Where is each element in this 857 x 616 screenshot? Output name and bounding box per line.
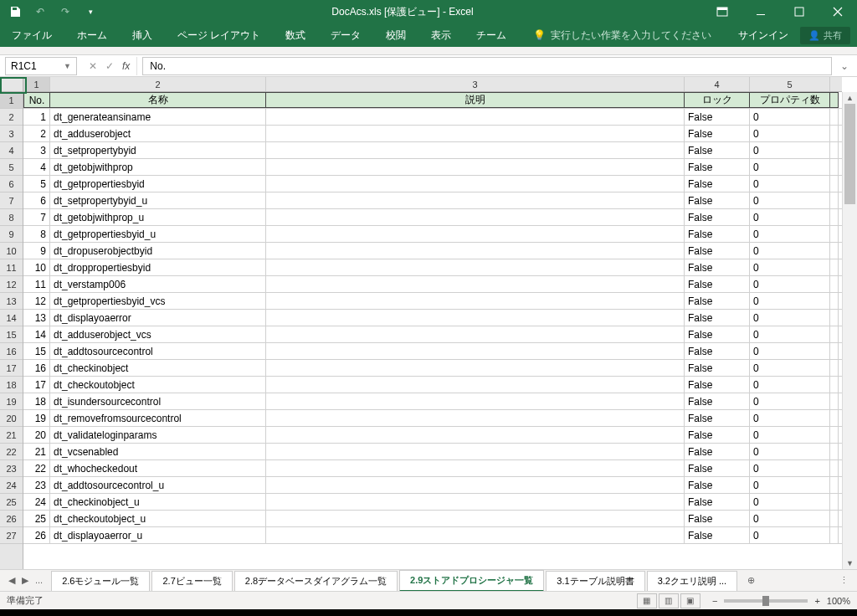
formula-input[interactable]: No. bbox=[142, 57, 832, 75]
table-row[interactable]: 17dt_checkoutobjectFalse0 bbox=[23, 377, 842, 393]
tab-scroll-left-icon[interactable]: ◀ bbox=[8, 575, 15, 586]
cell-extra[interactable] bbox=[830, 527, 839, 543]
cell-desc[interactable] bbox=[266, 126, 685, 141]
cell-name[interactable]: dt_isundersourcecontrol bbox=[50, 393, 266, 409]
table-row[interactable]: 9dt_dropuserobjectbyidFalse0 bbox=[23, 243, 842, 259]
tab-file[interactable]: ファイル bbox=[7, 25, 57, 46]
new-sheet-icon[interactable]: ⊕ bbox=[739, 575, 763, 586]
cell-lock[interactable]: False bbox=[685, 126, 750, 141]
table-row[interactable]: 8dt_getpropertiesbyid_uFalse0 bbox=[23, 226, 842, 243]
cell-extra[interactable] bbox=[830, 192, 839, 208]
scroll-up-icon[interactable]: ▲ bbox=[843, 92, 857, 104]
vertical-scrollbar[interactable]: ▲ ▼ bbox=[842, 92, 857, 569]
save-icon[interactable] bbox=[3, 1, 27, 23]
zoom-out-icon[interactable]: − bbox=[712, 596, 717, 606]
row-header[interactable]: 17 bbox=[0, 360, 23, 377]
cell-name[interactable]: dt_setpropertybyid_u bbox=[50, 192, 266, 208]
cell-lock[interactable]: False bbox=[685, 142, 750, 158]
cell-no[interactable]: 3 bbox=[23, 142, 50, 158]
row-header[interactable]: 14 bbox=[0, 310, 23, 326]
table-row[interactable]: 14dt_adduserobject_vcsFalse0 bbox=[23, 326, 842, 343]
tab-data[interactable]: データ bbox=[326, 25, 366, 46]
cell-lock[interactable]: False bbox=[685, 293, 750, 309]
cell-name[interactable]: dt_adduserobject_vcs bbox=[50, 326, 266, 342]
col-header-3[interactable]: 3 bbox=[266, 77, 685, 91]
row-header[interactable]: 23 bbox=[0, 460, 23, 477]
cell-lock[interactable]: False bbox=[685, 243, 750, 259]
cell-desc[interactable] bbox=[266, 293, 685, 309]
tab-layout[interactable]: ページ レイアウト bbox=[172, 25, 265, 46]
cell-desc[interactable] bbox=[266, 276, 685, 292]
enter-formula-icon[interactable]: ✓ bbox=[105, 60, 114, 72]
cell-prop[interactable]: 0 bbox=[750, 511, 830, 526]
cell-desc[interactable] bbox=[266, 460, 685, 476]
row-header[interactable]: 5 bbox=[0, 159, 23, 176]
table-row[interactable]: 10dt_droppropertiesbyidFalse0 bbox=[23, 259, 842, 276]
cell-prop[interactable]: 0 bbox=[750, 343, 830, 359]
row-header[interactable]: 24 bbox=[0, 477, 23, 494]
chevron-down-icon[interactable]: ▼ bbox=[64, 62, 71, 70]
hdr-prop[interactable]: プロパティ数 bbox=[750, 92, 830, 108]
cell-no[interactable]: 15 bbox=[23, 343, 50, 359]
cell-desc[interactable] bbox=[266, 192, 685, 208]
cell-lock[interactable]: False bbox=[685, 460, 750, 476]
cell-lock[interactable]: False bbox=[685, 209, 750, 225]
cell-desc[interactable] bbox=[266, 444, 685, 459]
cell-name[interactable]: dt_removefromsourcecontrol bbox=[50, 410, 266, 426]
cell-desc[interactable] bbox=[266, 477, 685, 493]
row-header[interactable]: 26 bbox=[0, 511, 23, 527]
cell-desc[interactable] bbox=[266, 176, 685, 192]
tab-team[interactable]: チーム bbox=[471, 25, 511, 46]
cell-no[interactable]: 19 bbox=[23, 410, 50, 426]
tab-insert[interactable]: 挿入 bbox=[127, 25, 157, 46]
cell-lock[interactable]: False bbox=[685, 326, 750, 342]
table-row[interactable]: 16dt_checkinobjectFalse0 bbox=[23, 360, 842, 377]
zoom-slider[interactable] bbox=[724, 599, 808, 603]
cell-name[interactable]: dt_getobjwithprop bbox=[50, 159, 266, 175]
table-row[interactable]: 26dt_displayoaerror_uFalse0 bbox=[23, 527, 842, 544]
cell-name[interactable]: dt_getpropertiesbyid_u bbox=[50, 226, 266, 242]
cell-desc[interactable] bbox=[266, 159, 685, 175]
table-row[interactable]: 1dt_generateansinameFalse0 bbox=[23, 109, 842, 126]
table-row[interactable]: 18dt_isundersourcecontrolFalse0 bbox=[23, 393, 842, 410]
row-header[interactable]: 1 bbox=[0, 92, 23, 109]
cell-prop[interactable]: 0 bbox=[750, 142, 830, 158]
cell-desc[interactable] bbox=[266, 527, 685, 543]
tell-me-search[interactable]: 💡 実行したい作業を入力してください bbox=[533, 28, 711, 43]
column-headers[interactable]: 1 2 3 4 5 bbox=[23, 77, 842, 92]
sheet-tab[interactable]: 2.8データベースダイアグラム一覧 bbox=[234, 571, 398, 591]
cell-lock[interactable]: False bbox=[685, 444, 750, 459]
hdr-no[interactable]: No. bbox=[23, 92, 50, 108]
cell-name[interactable]: dt_adduserobject bbox=[50, 126, 266, 141]
cell-extra[interactable] bbox=[830, 109, 839, 125]
table-row[interactable]: 3dt_setpropertybyidFalse0 bbox=[23, 142, 842, 159]
sheet-tab[interactable]: 3.1テーブル説明書 bbox=[546, 571, 644, 591]
cell-no[interactable]: 23 bbox=[23, 477, 50, 493]
sheet-tab-menu-icon[interactable]: ⋮ bbox=[831, 575, 857, 586]
col-header-2[interactable]: 2 bbox=[50, 77, 266, 91]
cell-desc[interactable] bbox=[266, 410, 685, 426]
cell-no[interactable]: 26 bbox=[23, 527, 50, 543]
cell-lock[interactable]: False bbox=[685, 494, 750, 510]
table-row[interactable]: 13dt_displayoaerrorFalse0 bbox=[23, 310, 842, 326]
hdr-extra[interactable] bbox=[830, 92, 839, 108]
cell-name[interactable]: dt_checkinobject bbox=[50, 360, 266, 376]
table-row[interactable]: 5dt_getpropertiesbyidFalse0 bbox=[23, 176, 842, 192]
cell-name[interactable]: dt_checkoutobject bbox=[50, 377, 266, 393]
cell-desc[interactable] bbox=[266, 226, 685, 242]
cell-prop[interactable]: 0 bbox=[750, 276, 830, 292]
cell-name[interactable]: dt_validateloginparams bbox=[50, 427, 266, 443]
cell-extra[interactable] bbox=[830, 226, 839, 242]
tab-formulas[interactable]: 数式 bbox=[280, 25, 310, 46]
sheet-tab-active[interactable]: 2.9ストアドプロシージャ一覧 bbox=[399, 570, 544, 592]
row-header[interactable]: 16 bbox=[0, 343, 23, 360]
cell-desc[interactable] bbox=[266, 511, 685, 526]
cell-desc[interactable] bbox=[266, 209, 685, 225]
row-header[interactable]: 27 bbox=[0, 527, 23, 544]
cell-no[interactable]: 4 bbox=[23, 159, 50, 175]
row-header[interactable]: 4 bbox=[0, 142, 23, 159]
scroll-down-icon[interactable]: ▼ bbox=[843, 557, 857, 569]
ribbon-options-icon[interactable] bbox=[703, 0, 742, 23]
zoom-level[interactable]: 100% bbox=[827, 596, 850, 606]
table-row[interactable]: 20dt_validateloginparamsFalse0 bbox=[23, 427, 842, 444]
